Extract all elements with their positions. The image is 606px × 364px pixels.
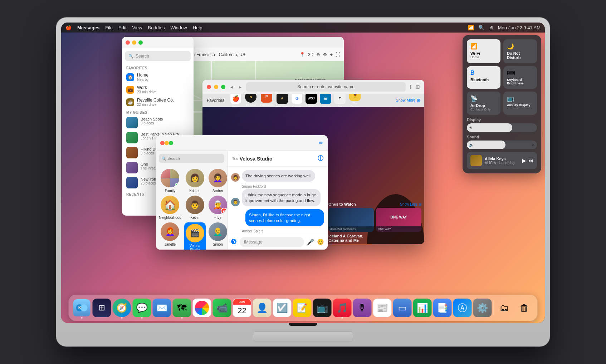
sidebar-item-home[interactable]: 🏠 Home Nearby bbox=[122, 71, 194, 83]
maps-toolbar-icon-6[interactable]: ⛶ bbox=[336, 52, 340, 57]
fav-apple[interactable]: 🍎 Apple bbox=[230, 94, 241, 108]
dock-numbers[interactable]: 📊 bbox=[413, 299, 432, 317]
safari-maximize[interactable] bbox=[221, 85, 225, 89]
sound-slider[interactable]: 🔈 ✕ bbox=[467, 141, 537, 149]
dock-reminders[interactable]: ☑️ bbox=[273, 299, 292, 317]
dock-appletv[interactable]: 📺 bbox=[313, 299, 332, 317]
dock-facetime[interactable]: 📹 bbox=[213, 299, 231, 317]
contact-kevin[interactable]: 👨 Kevin bbox=[184, 196, 206, 220]
contact-janelle[interactable]: 👩‍🦰 Janelle bbox=[159, 222, 181, 250]
menu-help[interactable]: Help bbox=[193, 25, 202, 30]
dock-notes[interactable]: 📝 bbox=[293, 299, 312, 317]
dock-trash[interactable]: 🗑 bbox=[515, 299, 534, 317]
cc-tile-airplay[interactable]: 📺 AirPlay Display bbox=[503, 92, 537, 115]
dock-launchpad[interactable]: ⊞ bbox=[93, 299, 111, 317]
maps-toolbar-icon-5[interactable]: + bbox=[330, 52, 333, 57]
sidebar-item-work[interactable]: 💼 Work 23 min drive bbox=[122, 83, 194, 96]
menu-window[interactable]: Window bbox=[170, 25, 187, 30]
messages-maximize[interactable] bbox=[169, 141, 173, 145]
safari-tabs-icon[interactable]: ⊞ bbox=[416, 84, 420, 90]
menu-view[interactable]: View bbox=[132, 25, 142, 30]
maps-sidebar-maximize[interactable] bbox=[138, 40, 143, 45]
fav-google[interactable]: G Google bbox=[291, 94, 303, 108]
content-tile-2[interactable]: ONE WAY ONE WAY bbox=[376, 208, 421, 232]
contact-amber[interactable]: 👩‍🦱 Amber bbox=[209, 169, 227, 193]
dock-music[interactable]: 🎵 bbox=[333, 299, 352, 317]
display-slider[interactable]: ☀ bbox=[467, 123, 537, 132]
iceland-tile-1[interactable]: copenhouse-magazine... bbox=[328, 244, 374, 244]
maps-sidebar-titlebar bbox=[122, 37, 194, 48]
menu-edit[interactable]: Edit bbox=[118, 25, 126, 30]
contact-simon[interactable]: 👨‍🦲 Simon bbox=[209, 222, 227, 250]
safari-minimize[interactable] bbox=[214, 85, 218, 89]
contact-neighborhood[interactable]: 🏠 Neighborhood bbox=[159, 196, 181, 220]
dock-messages[interactable]: 💬 bbox=[133, 299, 151, 317]
dock-photos[interactable] bbox=[193, 299, 211, 317]
safari-address-bar[interactable]: Search or enter website name bbox=[246, 82, 406, 92]
contact-ivy[interactable]: 🧝 ♥ • Ivy bbox=[209, 196, 227, 220]
messages-search-bar[interactable]: 🔍 Search bbox=[159, 154, 224, 163]
chat-info-icon[interactable]: ⓘ bbox=[318, 155, 323, 162]
content-tile-1[interactable]: danceflat.com/jones bbox=[328, 208, 374, 232]
spotlight-icon[interactable]: 🔍 bbox=[478, 25, 484, 30]
menu-file[interactable]: File bbox=[105, 25, 113, 30]
music-play-button[interactable]: ▶ bbox=[522, 158, 526, 163]
show-less-button[interactable]: Show Less ⊞ bbox=[400, 202, 421, 206]
trackpad[interactable] bbox=[253, 331, 353, 341]
music-skip-button[interactable]: ⏭ bbox=[528, 158, 533, 163]
sidebar-item-coffee[interactable]: ☕ Reveille Coffee Co. 22 min drive bbox=[122, 96, 194, 108]
dock-contacts[interactable]: 👤 bbox=[253, 299, 272, 317]
maps-sidebar-search[interactable]: 🔍 Search bbox=[125, 51, 191, 61]
cc-tile-keyboard[interactable]: ⌨ Keyboard Brightness bbox=[503, 66, 537, 89]
dock-safari[interactable]: 🧭 bbox=[113, 299, 131, 317]
dock-finder-window[interactable]: 🗂 bbox=[495, 299, 514, 317]
apple-menu[interactable]: 🍎 bbox=[65, 25, 72, 30]
messages-close[interactable] bbox=[160, 141, 165, 145]
emoji-icon[interactable]: 😊 bbox=[317, 238, 324, 245]
chat-input-field[interactable]: iMessage bbox=[240, 237, 304, 247]
maps-toolbar-icon-3[interactable]: ⊕ bbox=[316, 52, 320, 57]
maps-sidebar-close[interactable] bbox=[126, 40, 130, 45]
wifi-menu-icon[interactable]: 📶 bbox=[468, 25, 474, 30]
compose-button[interactable]: ✏ bbox=[319, 139, 323, 146]
cc-tile-airdrop[interactable]: 📡 AirDrop Contacts Only bbox=[467, 92, 500, 115]
cc-tile-bluetooth[interactable]: B Bluetooth bbox=[467, 66, 500, 89]
safari-close[interactable] bbox=[207, 85, 211, 89]
contact-family[interactable]: Family bbox=[159, 169, 181, 193]
dock-keynote[interactable]: 📑 bbox=[433, 299, 452, 317]
fav-linkedin[interactable]: in LinkedIn bbox=[320, 94, 331, 108]
dock-mail[interactable]: ✉️ bbox=[153, 299, 171, 317]
fav-tait[interactable]: T Tait bbox=[334, 94, 346, 108]
maps-toolbar-icon-1[interactable]: 📍 bbox=[299, 52, 305, 57]
maps-toolbar-icon-2[interactable]: 3D bbox=[308, 52, 313, 57]
dock-calendar[interactable]: JUN 22 bbox=[233, 299, 251, 317]
menu-buddies[interactable]: Buddies bbox=[148, 25, 165, 30]
dock-news[interactable]: 📰 bbox=[373, 299, 392, 317]
dock-finder[interactable] bbox=[73, 299, 91, 317]
contact-kristen[interactable]: 👩 Kristen bbox=[184, 169, 206, 193]
messages-minimize[interactable] bbox=[165, 141, 169, 145]
iceland-tile-2[interactable] bbox=[376, 244, 421, 244]
dock-podcasts[interactable]: 🎙 bbox=[353, 299, 372, 317]
dock-pages[interactable]: ▭ bbox=[393, 299, 412, 317]
fav-wsj[interactable]: WSJ WSJ bbox=[306, 94, 317, 108]
contact-velosa-studio[interactable]: 🎬 Velosa Studio bbox=[184, 222, 206, 250]
chat-apps-icon[interactable]: 🅐 bbox=[231, 239, 237, 245]
safari-back-button[interactable]: ◂ bbox=[228, 84, 235, 90]
cc-music-widget[interactable]: Alicia Keys ALICIA · Underdog ▶ ⏭ bbox=[467, 152, 537, 169]
safari-forward-button[interactable]: ▸ bbox=[237, 84, 243, 90]
app-name[interactable]: Messages bbox=[77, 25, 99, 30]
maps-toolbar-icon-4[interactable]: ⊗ bbox=[323, 52, 327, 57]
dock-appstore[interactable]: Ⓐ bbox=[453, 299, 472, 317]
audio-message-icon[interactable]: 🎤 bbox=[307, 238, 314, 245]
safari-share-icon[interactable]: ⬆ bbox=[409, 84, 413, 90]
dock-sysprefs[interactable]: ⚙️ bbox=[473, 299, 492, 317]
guide-beach-spots[interactable]: Beach Spots 9 places bbox=[122, 115, 194, 130]
show-more-button[interactable]: Show More ⊞ bbox=[396, 98, 420, 103]
fav-ace[interactable]: A Ace Hotel bbox=[276, 94, 288, 108]
cc-tile-dnd[interactable]: 🌙 Do Not Disturb bbox=[503, 39, 537, 63]
dock-maps[interactable]: 🗺 bbox=[173, 299, 191, 317]
cc-tile-wifi[interactable]: 📶 Wi-Fi Home bbox=[467, 39, 500, 63]
screen-icon[interactable]: 🖥 bbox=[489, 25, 494, 30]
maps-sidebar-minimize[interactable] bbox=[132, 40, 136, 45]
